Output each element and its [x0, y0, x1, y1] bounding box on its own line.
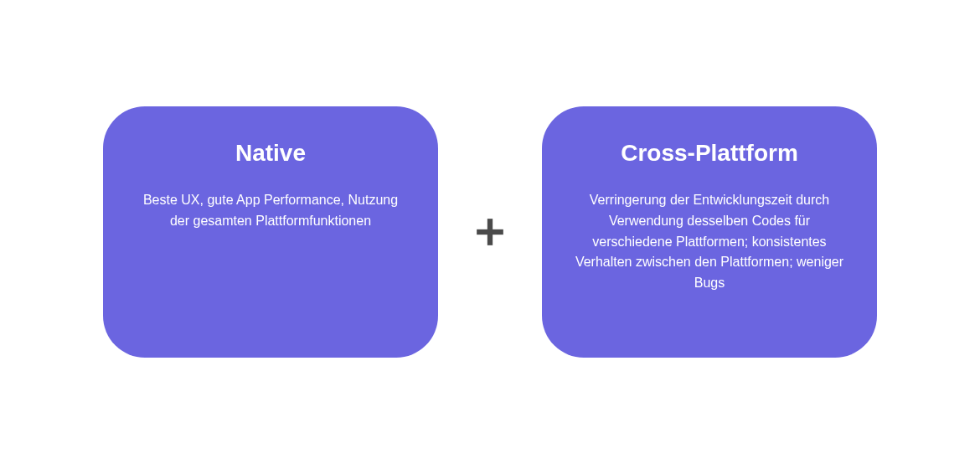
card-cross-platform: Cross-Plattform Verringerung der Entwick…	[542, 106, 877, 358]
card-native: Native Beste UX, gute App Performance, N…	[103, 106, 438, 358]
card-title: Cross-Plattform	[621, 140, 798, 167]
card-title: Native	[235, 140, 306, 167]
card-body: Beste UX, gute App Performance, Nutzung …	[132, 190, 409, 232]
card-body: Verringerung der Entwicklungszeit durch …	[571, 190, 848, 294]
svg-rect-1	[477, 229, 503, 235]
diagram-container: Native Beste UX, gute App Performance, N…	[103, 106, 877, 358]
plus-icon	[472, 214, 508, 250]
